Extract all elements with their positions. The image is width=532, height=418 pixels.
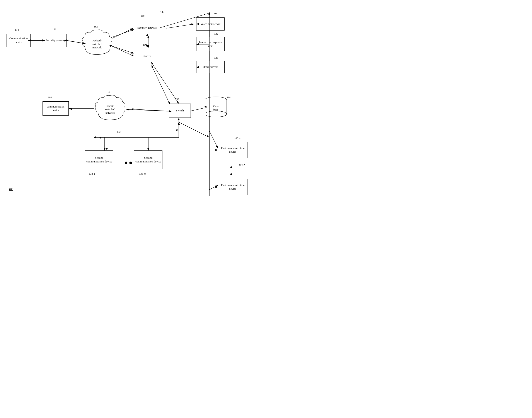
ref-146: 146 — [174, 129, 178, 132]
svg-line-26 — [179, 122, 209, 137]
ref-180: 180 — [48, 96, 52, 99]
svg-line-55 — [127, 109, 169, 111]
svg-text:Packed-: Packed- — [93, 39, 102, 42]
svg-text:network: network — [93, 46, 102, 49]
communication-device-180: communication device — [43, 101, 69, 116]
network-diagram: Communication device 174 Security gatewa… — [0, 0, 266, 209]
second-communication-device-m: Second communication device — [134, 151, 162, 169]
svg-line-42 — [111, 29, 134, 37]
svg-line-25 — [209, 185, 218, 190]
ref-162: 162 — [94, 25, 98, 28]
svg-marker-58 — [99, 137, 101, 139]
svg-text:Data: Data — [213, 105, 219, 108]
svg-marker-46 — [208, 12, 210, 15]
svg-marker-11 — [208, 13, 210, 15]
ref-138-m: 138-M — [139, 172, 146, 175]
other-servers: Other servers — [196, 61, 225, 73]
ref-152: 152 — [117, 130, 121, 134]
security-gateway-158: Security gateway — [134, 20, 160, 36]
svg-text:base: base — [213, 108, 218, 111]
svg-line-9 — [166, 24, 194, 28]
ref-126: 126 — [214, 56, 218, 59]
switch: Switch — [169, 104, 191, 118]
database-cylinder: Data base — [204, 96, 228, 118]
ref-138-1: 138-1 — [89, 172, 95, 175]
voice-mail-server: Voice mail server — [196, 17, 225, 31]
ref-130: 130 — [175, 98, 179, 101]
interactive-response-unit: Interactive response unit — [196, 37, 225, 51]
ref-114: 114 — [227, 96, 231, 99]
ref-134-1: 134-1 — [234, 136, 241, 139]
second-communication-device-1: Second communication device — [85, 151, 113, 169]
circuit-switched-network-cloud: Circuit- switched network — [94, 94, 127, 122]
ref-142: 142 — [160, 11, 164, 14]
packed-switched-network-cloud: Packed- switched network — [81, 28, 113, 57]
svg-line-17 — [131, 109, 169, 111]
ref-134-n: 134-N — [239, 163, 245, 166]
server-110: Server — [134, 48, 160, 64]
first-communication-device-n: First communication device — [218, 179, 247, 195]
security-gateway-178: Security gateway — [45, 34, 67, 47]
diagram-label-100: 100 — [9, 187, 13, 191]
ref-154: 154 — [106, 91, 110, 94]
ref-174: 174 — [15, 28, 19, 32]
svg-marker-20 — [94, 136, 96, 139]
ref-122: 122 — [214, 32, 218, 35]
ref-178: 178 — [52, 28, 56, 31]
communication-device-174: Communication device — [7, 34, 31, 47]
svg-line-7 — [111, 46, 134, 53]
svg-text:switched: switched — [105, 108, 115, 111]
svg-line-15 — [153, 68, 170, 105]
svg-text:switched: switched — [92, 42, 102, 46]
svg-text:network: network — [105, 111, 115, 115]
first-communication-device-1: First communication device — [218, 142, 247, 158]
svg-line-6 — [111, 28, 133, 39]
svg-text:Circuit-: Circuit- — [106, 104, 115, 107]
svg-line-43 — [111, 46, 134, 56]
svg-point-32 — [205, 111, 227, 117]
svg-line-54 — [153, 64, 179, 104]
svg-line-24 — [209, 131, 218, 148]
ref-110: 110 — [143, 43, 147, 46]
ref-158: 158 — [141, 14, 145, 17]
ref-118: 118 — [214, 12, 218, 15]
